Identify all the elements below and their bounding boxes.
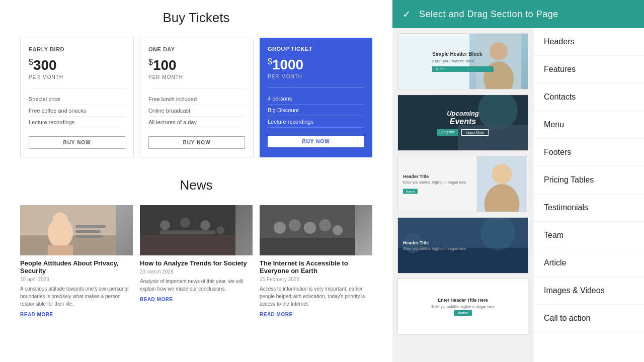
thumb-title: Enter Header Title Here [438,298,488,303]
plan-label: ONE DAY [148,46,245,52]
svg-rect-3 [48,245,73,255]
svg-point-19 [319,219,331,231]
thumbnail-image: Header Title Enter you subtitle, tagline… [398,156,528,212]
thumb-button: Button [403,189,418,194]
thumb-title: Simple Header Block [432,51,494,57]
thumbnail-image: Header Title Enter you subtitle, tagline… [398,218,528,273]
thumbnail-item-thumb3[interactable]: Header Title Enter you subtitle, tagline… [397,156,528,212]
news-card-desc: A conscious attitude towards one's own p… [20,285,133,308]
buy-now-button[interactable]: BUY NOW [268,136,364,147]
news-section: News People Attitudes About Privacy, Sec… [20,177,372,317]
thumb-btn1[interactable]: Register [437,129,458,136]
plan-price: $1000 [268,57,364,73]
news-card-title: People Attitudes About Privacy, Security [20,259,133,275]
svg-point-13 [216,226,224,234]
svg-rect-5 [75,225,106,228]
svg-point-12 [200,220,210,230]
svg-rect-21 [260,238,355,255]
thumbnails-column: Simple Header Block Enter your subtitle … [392,28,533,362]
top-bar: ✓ Select and Drag Section to Page [392,0,644,28]
svg-rect-14 [140,235,235,255]
plan-price: $300 [29,57,125,73]
nav-item-call-to-action[interactable]: Call to action [534,305,644,332]
plan-period: PER MONTH [268,74,364,79]
thumbnail-item-thumb2[interactable]: Upcoming Events Register Learn More [397,95,528,151]
thumb-button: Button [432,66,494,72]
nav-item-images-videos[interactable]: Images & Videos [534,277,644,305]
thumbnail-item-thumb1[interactable]: Simple Header Block Enter your subtitle … [397,33,528,89]
check-icon: ✓ [403,8,411,20]
thumb-title: Header Title [403,240,523,245]
news-card-title: How to Analyze Trends for Society [140,259,253,267]
read-more-link[interactable]: READ MORE [20,312,133,317]
pricing-card-early-bird: EARLY BIRD$300PER MONTHSpecial priceFree… [20,38,134,157]
plan-feature: Online broadcast [148,105,245,117]
plan-feature: Free lunch included [148,94,245,105]
svg-point-4 [53,213,68,228]
thumbnail-item-thumb5[interactable]: Enter Header Title Here Enter you subtit… [397,279,528,335]
svg-point-18 [304,222,316,234]
thumb-btn2[interactable]: Learn More [461,129,489,136]
news-image [260,205,372,255]
nav-item-features[interactable]: Features [534,56,644,83]
read-more-link[interactable]: READ MORE [140,297,253,302]
news-card-desc: Analysis of important news of this year,… [140,278,253,293]
news-image [20,205,133,255]
svg-point-17 [289,219,301,231]
plan-feature: Lecture recordings [268,116,364,128]
plan-period: PER MONTH [148,74,245,80]
plan-label: GROUP TICKET [268,46,364,52]
pricing-title: Buy Tickets [20,10,372,26]
pricing-section: Buy Tickets EARLY BIRD$300PER MONTHSpeci… [20,10,372,157]
buy-now-button[interactable]: BUY NOW [148,136,245,149]
nav-item-headers[interactable]: Headers [534,28,644,56]
plan-label: EARLY BIRD [29,46,125,52]
news-card-title: The Internet is Accessible to Everyone o… [260,259,372,275]
nav-item-article[interactable]: Article [534,249,644,277]
plan-feature: Big Discount [268,105,364,116]
news-card: People Attitudes About Privacy, Security… [20,205,133,317]
news-card-date: 23 march 2028 [140,269,253,275]
news-image [140,205,253,255]
thumbnail-item-thumb4[interactable]: Header Title Enter you subtitle, tagline… [397,217,528,274]
pricing-card-group-ticket: GROUP TICKET$1000PER MONTH4 personsBig D… [260,38,372,157]
thumb-subtitle: Enter your subtitle here [432,59,494,63]
plan-feature: 4 persons [268,93,364,105]
nav-item-footers[interactable]: Footers [534,139,644,166]
buy-now-button[interactable]: BUY NOW [29,136,125,149]
news-card: How to Analyze Trends for Society23 marc… [140,205,253,317]
news-card-desc: Access to information is very important,… [260,285,372,308]
svg-rect-6 [75,230,101,233]
nav-item-contacts[interactable]: Contacts [534,83,644,111]
plan-price: $100 [148,57,245,73]
nav-item-menu[interactable]: Menu [534,111,644,139]
nav-item-pricing-tables[interactable]: Pricing Tables [534,166,644,194]
plan-feature: Free coffee and snacks [29,105,125,117]
main-canvas: Buy Tickets EARLY BIRD$300PER MONTHSpeci… [0,0,392,362]
svg-point-11 [180,218,190,228]
news-card-date: 10 april 2028 [20,277,133,282]
pricing-cards: EARLY BIRD$300PER MONTHSpecial priceFree… [20,38,372,157]
top-bar-title: Select and Drag Section to Page [419,9,558,20]
news-card-date: 15 February 2028 [260,277,372,282]
thumb-button: Button [454,310,472,316]
thumb-subtitle: Enter you subtitle, tagline or slogan he… [403,247,523,250]
news-card: The Internet is Accessible to Everyone o… [260,205,372,317]
thumb-subtitle: Enter you subtitle, tagline or slogan he… [403,180,474,184]
svg-point-20 [333,225,343,235]
nav-item-testimonials[interactable]: Testimonials [534,194,644,222]
news-title: News [20,177,372,193]
plan-feature: Special price [29,94,125,105]
plan-feature: All lectures of a day [148,117,245,128]
plan-period: PER MONTH [29,74,125,80]
plan-feature: Lecture recordings [29,117,125,128]
read-more-link[interactable]: READ MORE [260,312,372,317]
pricing-card-one-day: ONE DAY$100PER MONTHFree lunch includedO… [140,38,254,157]
thumb-title: Header Title [403,174,474,179]
panel-body: Simple Header Block Enter your subtitle … [392,28,644,362]
nav-item-team[interactable]: Team [534,222,644,249]
right-panel: ✓ Select and Drag Section to Page Simple… [392,0,644,362]
nav-column: HeadersFeaturesContactsMenuFootersPricin… [533,28,644,362]
svg-point-10 [160,220,170,230]
thumbnail-image: Simple Header Block Enter your subtitle … [398,34,528,89]
